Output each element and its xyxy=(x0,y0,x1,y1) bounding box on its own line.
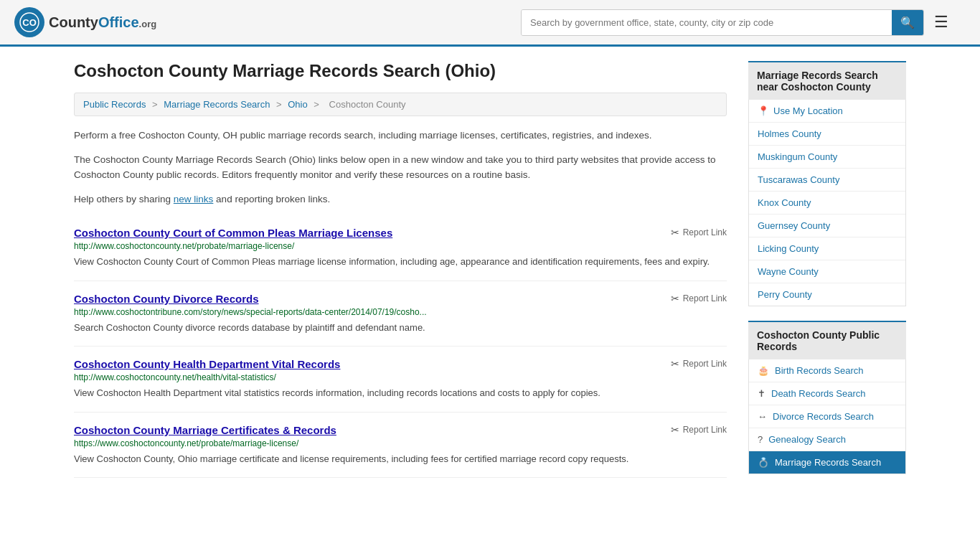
report-link-btn-0[interactable]: ✂ Report Link xyxy=(671,227,727,238)
result-url-1: http://www.coshoctontribune.com/story/ne… xyxy=(74,307,727,317)
genealogy-label: Genealogy Search xyxy=(768,434,846,445)
death-records-link[interactable]: ✝ Death Records Search xyxy=(749,382,905,405)
knox-county-link[interactable]: Knox County xyxy=(749,192,905,214)
logo-icon: CO xyxy=(14,7,44,37)
marriage-icon: 💍 xyxy=(758,457,769,468)
marriage-records-link[interactable]: 💍 Marriage Records Search xyxy=(749,451,905,474)
divorce-records-item: ↔ Divorce Records Search xyxy=(749,405,905,428)
perry-county-item: Perry County xyxy=(749,283,905,306)
breadcrumb-ohio[interactable]: Ohio xyxy=(288,99,307,110)
knox-county-item: Knox County xyxy=(749,192,905,215)
report-icon-0: ✂ xyxy=(671,227,679,238)
description-para3-suffix: and reporting broken links. xyxy=(213,194,330,204)
report-link-label-3: Report Link xyxy=(683,425,727,435)
birth-records-link[interactable]: 🎂 Birth Records Search xyxy=(749,359,905,382)
sidebar: Marriage Records Search near Coshocton C… xyxy=(748,61,906,489)
result-desc-3: View Coshocton County, Ohio marriage cer… xyxy=(74,452,727,466)
result-header-3: Coshocton County Marriage Certificates &… xyxy=(74,424,727,436)
report-link-label-0: Report Link xyxy=(683,227,727,237)
holmes-county-link[interactable]: Holmes County xyxy=(749,123,905,145)
holmes-county-item: Holmes County xyxy=(749,123,905,146)
divorce-records-label: Divorce Records Search xyxy=(773,411,874,422)
guernsey-county-link[interactable]: Guernsey County xyxy=(749,215,905,237)
result-item: Coshocton County Divorce Records ✂ Repor… xyxy=(74,281,727,347)
wayne-county-link[interactable]: Wayne County xyxy=(749,260,905,283)
public-records-list: 🎂 Birth Records Search ✝ Death Records S… xyxy=(748,359,906,474)
marriage-records-item: 💍 Marriage Records Search xyxy=(749,451,905,474)
perry-county-link[interactable]: Perry County xyxy=(749,283,905,306)
nearby-section: Marriage Records Search near Coshocton C… xyxy=(748,61,906,306)
result-title-2[interactable]: Coshocton County Health Department Vital… xyxy=(74,358,340,370)
page-title: Coshocton County Marriage Records Search… xyxy=(74,61,727,81)
death-icon: ✝ xyxy=(758,388,765,399)
licking-county-link[interactable]: Licking County xyxy=(749,237,905,260)
genealogy-link[interactable]: ? Genealogy Search xyxy=(749,428,905,451)
report-link-label-1: Report Link xyxy=(683,293,727,303)
report-link-btn-2[interactable]: ✂ Report Link xyxy=(671,358,727,369)
licking-county-item: Licking County xyxy=(749,237,905,260)
search-box: 🔍 xyxy=(521,9,924,36)
location-icon: 📍 xyxy=(758,105,769,116)
search-input[interactable] xyxy=(522,10,892,35)
logo-area: CO CountyOffice.org xyxy=(14,7,156,37)
death-records-item: ✝ Death Records Search xyxy=(749,382,905,405)
public-records-section: Coshocton County Public Records 🎂 Birth … xyxy=(748,321,906,474)
nearby-title: Marriage Records Search near Coshocton C… xyxy=(748,61,906,100)
result-title-3[interactable]: Coshocton County Marriage Certificates &… xyxy=(74,424,336,436)
report-icon-1: ✂ xyxy=(671,293,679,304)
result-item: Coshocton County Marriage Certificates &… xyxy=(74,413,727,479)
results-container: Coshocton County Court of Common Pleas M… xyxy=(74,215,727,478)
marriage-records-label: Marriage Records Search xyxy=(775,457,881,468)
main-container: Coshocton County Marriage Records Search… xyxy=(60,47,920,503)
divorce-records-link[interactable]: ↔ Divorce Records Search xyxy=(749,405,905,428)
divorce-icon: ↔ xyxy=(758,411,767,422)
description-para1: Perform a free Coshocton County, OH publ… xyxy=(74,128,727,143)
result-title-0[interactable]: Coshocton County Court of Common Pleas M… xyxy=(74,227,392,239)
result-header-1: Coshocton County Divorce Records ✂ Repor… xyxy=(74,293,727,305)
genealogy-icon: ? xyxy=(758,434,763,445)
genealogy-item: ? Genealogy Search xyxy=(749,428,905,451)
report-link-btn-3[interactable]: ✂ Report Link xyxy=(671,424,727,435)
birth-records-label: Birth Records Search xyxy=(775,365,864,376)
result-url-3: https://www.coshoctoncounty.net/probate/… xyxy=(74,438,727,448)
result-url-0: http://www.coshoctoncounty.net/probate/m… xyxy=(74,241,727,251)
result-item: Coshocton County Health Department Vital… xyxy=(74,347,727,413)
result-item: Coshocton County Court of Common Pleas M… xyxy=(74,215,727,281)
breadcrumb: Public Records > Marriage Records Search… xyxy=(74,93,727,116)
result-header-2: Coshocton County Health Department Vital… xyxy=(74,358,727,370)
nearby-list: 📍 Use My Location Holmes County Muskingu… xyxy=(748,100,906,306)
breadcrumb-marriage-records[interactable]: Marriage Records Search xyxy=(164,99,270,110)
result-desc-0: View Coshocton County Court of Common Pl… xyxy=(74,255,727,269)
search-area: 🔍 ☰ xyxy=(521,9,951,36)
use-location-link[interactable]: 📍 Use My Location xyxy=(749,100,905,122)
menu-button[interactable]: ☰ xyxy=(931,10,951,34)
tuscarawas-county-item: Tuscarawas County xyxy=(749,169,905,192)
report-icon-3: ✂ xyxy=(671,424,679,435)
birth-icon: 🎂 xyxy=(758,365,769,376)
result-desc-2: View Coshocton Health Department vital s… xyxy=(74,386,727,400)
description-para3-prefix: Help others by sharing xyxy=(74,194,174,204)
content-area: Coshocton County Marriage Records Search… xyxy=(74,61,727,489)
wayne-county-item: Wayne County xyxy=(749,260,905,283)
use-location-item: 📍 Use My Location xyxy=(749,100,905,123)
description-para2: The Coshocton County Marriage Records Se… xyxy=(74,152,727,183)
breadcrumb-sep-1: > xyxy=(152,99,160,110)
report-link-btn-1[interactable]: ✂ Report Link xyxy=(671,293,727,304)
svg-text:CO: CO xyxy=(22,17,37,28)
logo-text: CountyOffice.org xyxy=(49,14,156,31)
tuscarawas-county-link[interactable]: Tuscarawas County xyxy=(749,169,905,191)
result-desc-1: Search Coshocton County divorce records … xyxy=(74,321,727,335)
report-link-label-2: Report Link xyxy=(683,359,727,369)
death-records-label: Death Records Search xyxy=(771,388,866,399)
result-title-1[interactable]: Coshocton County Divorce Records xyxy=(74,293,259,305)
muskingum-county-link[interactable]: Muskingum County xyxy=(749,146,905,168)
site-header: CO CountyOffice.org 🔍 ☰ xyxy=(0,0,980,47)
muskingum-county-item: Muskingum County xyxy=(749,146,905,169)
result-header-0: Coshocton County Court of Common Pleas M… xyxy=(74,227,727,239)
new-links-link[interactable]: new links xyxy=(174,194,214,204)
breadcrumb-coshocton: Coshocton County xyxy=(329,99,406,110)
public-records-title: Coshocton County Public Records xyxy=(748,321,906,359)
report-icon-2: ✂ xyxy=(671,358,679,369)
search-button[interactable]: 🔍 xyxy=(892,10,923,35)
breadcrumb-public-records[interactable]: Public Records xyxy=(83,99,146,110)
